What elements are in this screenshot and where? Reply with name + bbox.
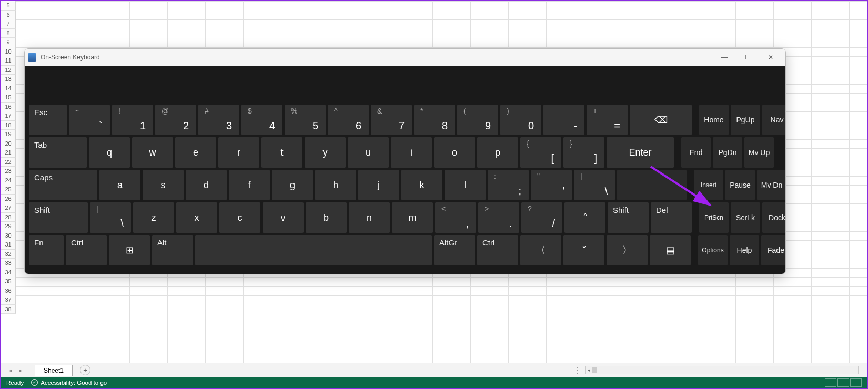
key-fn[interactable]: Fn	[29, 235, 64, 265]
key-arrow-left[interactable]: 〈	[520, 235, 561, 265]
key-6[interactable]: ^6	[328, 105, 369, 135]
key-backspace[interactable]: ⌫	[630, 105, 692, 135]
key-arrow-down[interactable]: ˅	[563, 235, 604, 265]
key-arrow-right[interactable]: 〉	[607, 235, 648, 265]
key-enter[interactable]: Enter	[607, 137, 674, 168]
key-pgdn[interactable]: PgDn	[713, 137, 742, 168]
key-nav[interactable]: Nav	[762, 105, 786, 135]
row-header[interactable]: 11	[1, 56, 16, 66]
key-o[interactable]: o	[434, 137, 475, 168]
row-header[interactable]: 26	[1, 194, 16, 204]
key-pgup[interactable]: PgUp	[731, 105, 760, 135]
key-mv-up[interactable]: Mv Up	[744, 137, 774, 168]
sheet-nav-next[interactable]: ▸	[16, 365, 25, 375]
key-windows[interactable]: ⊞	[109, 235, 150, 265]
key-[[interactable]: {[	[520, 137, 561, 168]
key-][interactable]: }]	[563, 137, 604, 168]
key-punct[interactable]: :;	[488, 170, 529, 200]
view-normal[interactable]	[825, 378, 836, 387]
key-scrlk[interactable]: ScrLk	[731, 202, 760, 233]
key-g[interactable]: g	[272, 170, 313, 200]
sheet-nav-prev[interactable]: ◂	[5, 365, 15, 375]
view-page-break[interactable]	[850, 378, 862, 387]
row-header[interactable]: 10	[1, 47, 16, 57]
row-header[interactable]: 8	[1, 29, 16, 38]
key-e[interactable]: e	[175, 137, 216, 168]
key-d[interactable]: d	[186, 170, 227, 200]
row-header[interactable]: 29	[1, 222, 16, 231]
row-header[interactable]: 24	[1, 176, 16, 186]
key-esc[interactable]: Esc	[29, 105, 67, 135]
key-punct[interactable]: |\	[574, 170, 615, 200]
key-x[interactable]: x	[176, 202, 217, 233]
key-fade[interactable]: Fade	[761, 235, 786, 265]
row-header[interactable]: 14	[1, 84, 16, 94]
row-header[interactable]: 31	[1, 240, 16, 250]
key-b[interactable]: b	[306, 202, 347, 233]
key-altgr[interactable]: AltGr	[434, 235, 475, 265]
minimize-button[interactable]: ―	[713, 49, 736, 66]
key-prtscn[interactable]: PrtScn	[699, 202, 729, 233]
key-q[interactable]: q	[89, 137, 130, 168]
key-4[interactable]: $4	[241, 105, 282, 135]
key-home[interactable]: Home	[699, 105, 729, 135]
key-ctrl-right[interactable]: Ctrl	[477, 235, 518, 265]
key-arrow-up[interactable]: ˄	[564, 202, 605, 233]
row-header[interactable]: 9	[1, 38, 16, 47]
key-del[interactable]: Del	[651, 202, 692, 233]
row-header[interactable]: 12	[1, 66, 16, 75]
key-7[interactable]: &7	[371, 105, 412, 135]
row-header[interactable]: 38	[1, 305, 16, 314]
close-button[interactable]: ✕	[759, 49, 782, 66]
key-caps[interactable]: Caps	[29, 170, 97, 200]
key-punct[interactable]: >.	[478, 202, 519, 233]
row-header[interactable]: 7	[1, 19, 16, 29]
key-punct[interactable]: "'	[531, 170, 572, 200]
key--[interactable]: _-	[543, 105, 584, 135]
key-enter-extension[interactable]	[617, 170, 687, 200]
key-5[interactable]: %5	[285, 105, 326, 135]
key-i[interactable]: i	[391, 137, 432, 168]
row-header[interactable]: 6	[1, 11, 16, 20]
key-j[interactable]: j	[358, 170, 399, 200]
row-header[interactable]: 21	[1, 148, 16, 158]
row-header[interactable]: 13	[1, 75, 16, 84]
key-space[interactable]	[195, 235, 432, 265]
row-header[interactable]: 30	[1, 231, 16, 241]
row-header[interactable]: 36	[1, 286, 16, 296]
key-w[interactable]: w	[132, 137, 173, 168]
row-header[interactable]: 5	[1, 1, 16, 11]
key-s[interactable]: s	[143, 170, 184, 200]
key-punct[interactable]: ?/	[521, 202, 562, 233]
status-accessibility[interactable]: ✓ Accessibility: Good to go	[31, 379, 107, 386]
key-alt[interactable]: Alt	[152, 235, 193, 265]
key-p[interactable]: p	[477, 137, 518, 168]
row-header[interactable]: 28	[1, 213, 16, 222]
key-l[interactable]: l	[445, 170, 486, 200]
key-v[interactable]: v	[263, 202, 304, 233]
key-`[interactable]: ~`	[69, 105, 110, 135]
key-backslash[interactable]: |\	[90, 202, 131, 233]
add-sheet-button[interactable]: +	[80, 365, 90, 375]
key-mv-dn[interactable]: Mv Dn	[757, 170, 786, 200]
row-header[interactable]: 22	[1, 158, 16, 167]
key-t[interactable]: t	[261, 137, 302, 168]
key-insert[interactable]: Insert	[694, 170, 723, 200]
key-context-menu[interactable]: ▤	[650, 235, 691, 265]
key-dock[interactable]: Dock	[762, 202, 786, 233]
row-header[interactable]: 34	[1, 268, 16, 278]
sheet-tab-active[interactable]: Sheet1	[35, 365, 73, 376]
key-0[interactable]: )0	[500, 105, 541, 135]
key-punct[interactable]: <,	[435, 202, 476, 233]
key-2[interactable]: @2	[155, 105, 196, 135]
key-options[interactable]: Options	[698, 235, 728, 265]
key-c[interactable]: c	[219, 202, 260, 233]
key-a[interactable]: a	[99, 170, 140, 200]
key-3[interactable]: #3	[198, 105, 239, 135]
row-header[interactable]: 25	[1, 185, 16, 194]
key-1[interactable]: !1	[112, 105, 153, 135]
view-page-layout[interactable]	[837, 378, 849, 387]
row-header[interactable]: 37	[1, 295, 16, 305]
row-header[interactable]: 18	[1, 121, 16, 130]
osk-titlebar[interactable]: On-Screen Keyboard ― ☐ ✕	[25, 49, 785, 66]
